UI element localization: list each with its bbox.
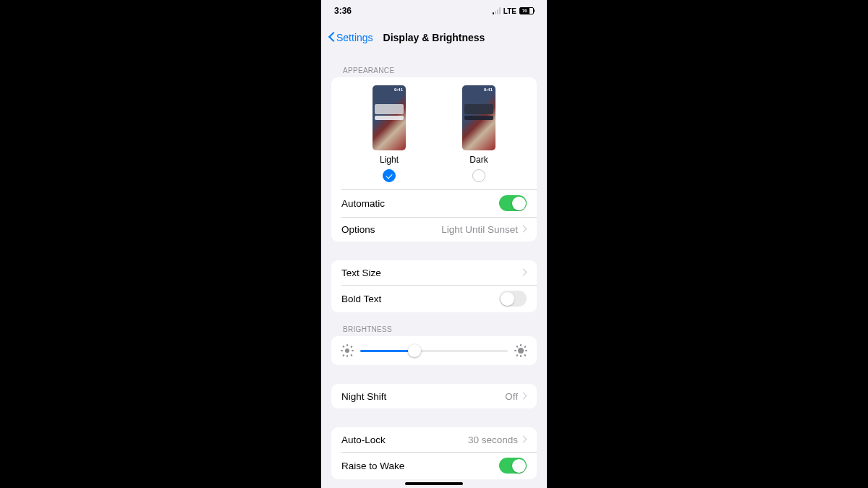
preview-time: 9:41: [484, 87, 493, 92]
appearance-option-dark[interactable]: 9:41 Dark: [462, 85, 495, 182]
sun-low-icon: [341, 345, 353, 356]
automatic-toggle[interactable]: [499, 195, 527, 211]
status-time: 3:36: [334, 6, 352, 16]
dark-label: Dark: [469, 155, 488, 165]
options-value-text: Light Until Sunset: [441, 224, 518, 235]
night-shift-card: Night Shift Off: [331, 384, 537, 408]
night-shift-row[interactable]: Night Shift Off: [331, 384, 537, 408]
dark-preview: 9:41: [462, 85, 495, 150]
night-shift-label: Night Shift: [341, 391, 386, 402]
dark-radio[interactable]: [472, 169, 485, 182]
text-size-label: Text Size: [341, 267, 381, 278]
text-card: Text Size Bold Text: [331, 260, 537, 312]
phone-frame: 3:36 LTE 70 Settings Display & Brightnes…: [321, 0, 547, 488]
chevron-left-icon: [328, 32, 335, 43]
auto-lock-row[interactable]: Auto-Lock 30 seconds: [331, 427, 537, 452]
battery-icon: 70: [519, 7, 534, 14]
light-preview: 9:41: [373, 85, 406, 150]
automatic-label: Automatic: [341, 198, 385, 209]
lock-card: Auto-Lock 30 seconds Raise to Wake: [331, 427, 537, 479]
light-radio[interactable]: [383, 169, 396, 182]
raise-to-wake-row: Raise to Wake: [331, 452, 537, 479]
raise-to-wake-toggle[interactable]: [499, 458, 527, 474]
chevron-right-icon: [522, 436, 527, 444]
chevron-right-icon: [522, 269, 527, 277]
raise-to-wake-label: Raise to Wake: [341, 461, 404, 471]
battery-level: 70: [522, 9, 527, 13]
section-appearance-label: APPEARANCE: [321, 53, 547, 77]
signal-icon: [493, 7, 501, 14]
page-title: Display & Brightness: [383, 32, 485, 43]
network-label: LTE: [503, 7, 516, 15]
options-value: Light Until Sunset: [441, 224, 527, 235]
appearance-option-light[interactable]: 9:41 Light: [373, 85, 406, 182]
back-label: Settings: [336, 32, 373, 43]
section-brightness-label: BRIGHTNESS: [321, 312, 547, 336]
bold-text-toggle[interactable]: [499, 291, 527, 307]
nav-bar: Settings Display & Brightness: [321, 22, 547, 53]
light-label: Light: [380, 155, 399, 165]
night-shift-value: Off: [505, 391, 518, 402]
sun-high-icon: [515, 345, 527, 356]
brightness-card: [331, 336, 537, 365]
options-label: Options: [341, 224, 375, 235]
automatic-row: Automatic: [331, 189, 537, 217]
home-indicator: [405, 482, 463, 485]
scroll-area[interactable]: APPEARANCE 9:41 Light 9:41 Dark: [321, 53, 547, 488]
preview-time: 9:41: [394, 87, 403, 92]
chevron-right-icon: [522, 226, 527, 234]
chevron-right-icon: [522, 393, 527, 401]
appearance-options-row: 9:41 Light 9:41 Dark: [331, 77, 537, 189]
bold-text-row: Bold Text: [331, 285, 537, 312]
appearance-card: 9:41 Light 9:41 Dark Automatic: [331, 77, 537, 241]
options-row[interactable]: Options Light Until Sunset: [331, 217, 537, 241]
bold-text-label: Bold Text: [341, 294, 381, 304]
status-bar: 3:36 LTE 70: [321, 0, 547, 22]
text-size-row[interactable]: Text Size: [331, 260, 537, 285]
back-button[interactable]: Settings: [328, 32, 373, 43]
auto-lock-label: Auto-Lock: [341, 435, 386, 445]
status-right: LTE 70: [493, 7, 534, 15]
auto-lock-value: 30 seconds: [468, 435, 518, 445]
brightness-slider[interactable]: [360, 343, 508, 358]
